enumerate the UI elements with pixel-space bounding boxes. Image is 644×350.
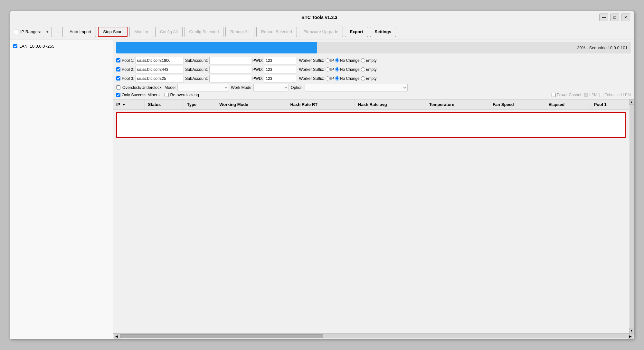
- col-pool1: Pool 1: [591, 99, 629, 110]
- pool1-ws-nochange-label[interactable]: No Change: [335, 58, 360, 63]
- table-area: IP ▼ Status Type Working Mode Hash Rate …: [113, 99, 634, 339]
- lan-checkbox[interactable]: [13, 44, 17, 48]
- reboot-all-button[interactable]: Reboot All: [225, 27, 254, 37]
- horizontal-scrollbar[interactable]: ◀ ▶: [113, 333, 634, 339]
- enhanced-lpm-label: Enhanced LPM: [599, 93, 631, 97]
- only-success-checkbox[interactable]: [116, 93, 120, 97]
- maximize-button[interactable]: □: [610, 14, 619, 21]
- pool2-ws-ip-radio[interactable]: [326, 67, 330, 71]
- re-overclocking-checkbox[interactable]: [165, 93, 169, 97]
- pool3-ws-empty-label[interactable]: Empty: [361, 76, 377, 81]
- power-control-group: Power Control: LPM Enhanced LPM: [552, 93, 631, 97]
- pool2-ws-empty-label[interactable]: Empty: [361, 67, 377, 72]
- pool-3-row: Pool 3: SubAccount: PWD: Worker Suffix: …: [116, 75, 631, 82]
- pool3-ws-ip-radio[interactable]: [326, 76, 330, 80]
- pool3-pwd-input[interactable]: [264, 75, 296, 82]
- config-all-button[interactable]: Config All: [155, 27, 183, 37]
- pool2-worker-suffix-label: Worker Suffix:: [299, 67, 324, 72]
- pool2-worker-suffix: Worker Suffix: IP No Change Empty: [299, 67, 376, 72]
- window-title: BTC Tools v1.3.3: [40, 15, 599, 20]
- pool1-ws-nochange-radio[interactable]: [335, 58, 339, 62]
- close-button[interactable]: ✕: [621, 14, 630, 21]
- pool2-ws-nochange-radio[interactable]: [335, 67, 339, 71]
- toolbar: IP Ranges: + - Auto Import Stop Scan Mon…: [10, 24, 634, 40]
- scroll-track-horizontal[interactable]: [120, 334, 627, 338]
- lpm-checkbox[interactable]: [584, 93, 588, 97]
- miners-table: IP ▼ Status Type Working Mode Hash Rate …: [113, 99, 629, 110]
- pool1-worker-suffix-label: Worker Suffix:: [299, 58, 324, 63]
- ip-sort-icon: ▼: [122, 103, 126, 107]
- minimize-button[interactable]: —: [599, 14, 608, 21]
- pool2-ws-ip-label[interactable]: IP: [326, 67, 334, 72]
- table-inner: IP ▼ Status Type Working Mode Hash Rate …: [113, 99, 629, 333]
- pool3-subaccount-label: SubAccount:: [185, 76, 208, 81]
- model-select[interactable]: [177, 84, 229, 91]
- pool2-pwd-label: PWD:: [252, 67, 263, 72]
- option-label: Option: [291, 85, 303, 90]
- monitor-button[interactable]: Monitor: [129, 27, 153, 37]
- window-controls: — □ ✕: [599, 14, 630, 21]
- option-select[interactable]: [305, 84, 408, 91]
- pool3-ws-nochange-radio[interactable]: [335, 76, 339, 80]
- pool1-ws-ip-label[interactable]: IP: [326, 58, 334, 63]
- overclock-checkbox[interactable]: [116, 85, 120, 90]
- firmware-upgrade-button[interactable]: Firmware Upgrade: [299, 27, 343, 37]
- pool1-checkbox[interactable]: [116, 58, 120, 62]
- sidebar-item-lan[interactable]: LAN: 10.0.0.0~255: [13, 43, 110, 50]
- power-control-label[interactable]: Power Control:: [552, 93, 582, 97]
- pool2-url-input[interactable]: [136, 66, 184, 73]
- pool1-ws-ip-radio[interactable]: [326, 58, 330, 62]
- export-button[interactable]: Export: [345, 27, 368, 37]
- pool2-ws-empty-radio[interactable]: [361, 67, 365, 71]
- pool2-ws-nochange-label[interactable]: No Change: [335, 67, 360, 72]
- scroll-down-arrow[interactable]: ▼: [629, 328, 634, 333]
- pool1-url-input[interactable]: [136, 57, 184, 64]
- overclock-label: Overclock/Underclock:: [122, 85, 163, 90]
- pool3-url-input[interactable]: [136, 75, 184, 82]
- pool2-subaccount-input[interactable]: [209, 66, 251, 73]
- enhanced-lpm-checkbox[interactable]: [599, 93, 603, 97]
- col-working-mode: Working Mode: [216, 99, 287, 110]
- success-row: Only Success Miners Re-overclocking Powe…: [116, 93, 631, 97]
- pool2-label: Pool 2:: [122, 67, 134, 72]
- pool3-subaccount-input[interactable]: [209, 75, 251, 82]
- power-control-checkbox[interactable]: [552, 93, 556, 97]
- only-success-label[interactable]: Only Success Miners: [116, 93, 159, 97]
- col-elapsed: Elapsed: [545, 99, 591, 110]
- table-scroll-area: IP ▼ Status Type Working Mode Hash Rate …: [113, 99, 634, 333]
- pool3-ws-empty-radio[interactable]: [361, 76, 365, 80]
- col-ip[interactable]: IP ▼: [113, 99, 145, 110]
- auto-import-button[interactable]: Auto Import: [65, 27, 96, 37]
- pool3-checkbox[interactable]: [116, 76, 120, 80]
- remove-ip-button[interactable]: -: [54, 27, 63, 37]
- scroll-up-arrow[interactable]: ▲: [629, 99, 634, 105]
- work-mode-select[interactable]: [253, 84, 289, 91]
- reboot-selected-button[interactable]: Reboot Selected: [256, 27, 297, 37]
- pool1-ws-empty-radio[interactable]: [361, 58, 365, 62]
- pool1-ws-empty-label[interactable]: Empty: [361, 58, 377, 63]
- pool1-subaccount-input[interactable]: [209, 57, 251, 64]
- pool2-pwd-input[interactable]: [264, 66, 296, 73]
- re-overclocking-label[interactable]: Re-overclocking: [165, 93, 199, 97]
- pool2-checkbox[interactable]: [116, 67, 120, 71]
- pool3-ws-nochange-label[interactable]: No Change: [335, 76, 360, 81]
- config-selected-button[interactable]: Config Selected: [185, 27, 224, 37]
- pool2-subaccount-label: SubAccount:: [185, 67, 208, 72]
- scroll-thumb-horizontal[interactable]: [120, 334, 323, 338]
- col-status: Status: [145, 99, 184, 110]
- col-hash-rate-avg: Hash Rate avg: [355, 99, 426, 110]
- add-ip-button[interactable]: +: [43, 27, 52, 37]
- scroll-right-arrow[interactable]: ▶: [628, 333, 633, 339]
- pool1-pwd-input[interactable]: [264, 57, 296, 64]
- col-temperature: Temperature: [426, 99, 489, 110]
- pool-1-row: Pool 1: SubAccount: PWD: Worker Suffix: …: [116, 57, 631, 64]
- pool1-label: Pool 1:: [122, 58, 134, 63]
- stop-scan-button[interactable]: Stop Scan: [98, 27, 128, 37]
- ip-ranges-checkbox[interactable]: [14, 30, 18, 34]
- settings-button[interactable]: Settings: [370, 27, 396, 37]
- pool3-ws-ip-label[interactable]: IP: [326, 76, 334, 81]
- scroll-track-vertical[interactable]: [630, 105, 634, 328]
- scroll-left-arrow[interactable]: ◀: [114, 333, 119, 339]
- vertical-scrollbar[interactable]: ▲ ▼: [629, 99, 634, 333]
- ip-ranges-label: IP Ranges:: [20, 29, 41, 34]
